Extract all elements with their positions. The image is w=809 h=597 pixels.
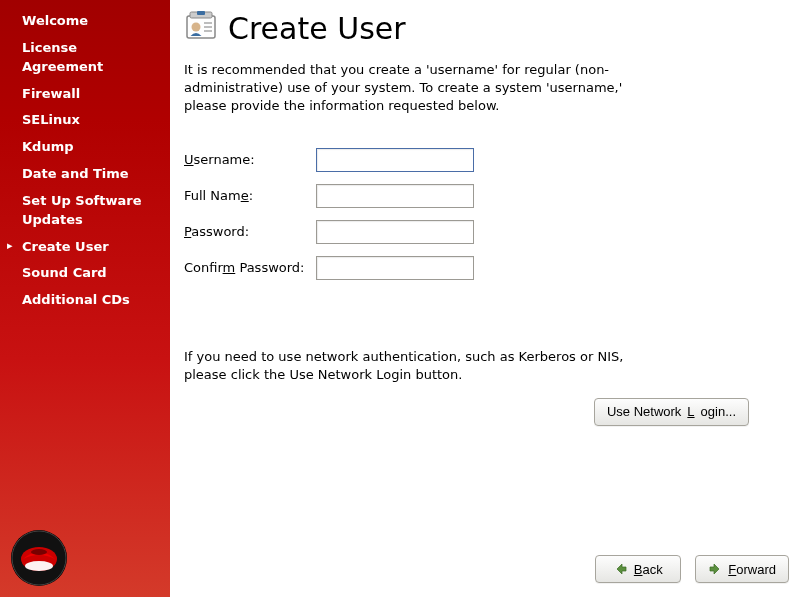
svg-point-3: [25, 561, 53, 571]
sidebar-item-selinux[interactable]: SELinux: [0, 107, 170, 134]
forward-button[interactable]: Forward: [695, 555, 789, 583]
svg-point-4: [31, 549, 47, 555]
sidebar-item-firewall[interactable]: Firewall: [0, 81, 170, 108]
sidebar-item-license[interactable]: License Agreement: [0, 35, 170, 81]
intro-text: It is recommended that you create a 'use…: [184, 61, 664, 116]
username-label: Username:: [184, 148, 316, 172]
confirm-password-input[interactable]: [316, 256, 474, 280]
page-title: Create User: [228, 11, 406, 46]
sidebar-item-soundcard[interactable]: Sound Card: [0, 260, 170, 287]
sidebar-item-create-user[interactable]: Create User: [0, 234, 170, 261]
fullname-label: Full Name:: [184, 184, 316, 208]
sidebar-item-welcome[interactable]: Welcome: [0, 8, 170, 35]
sidebar-item-date[interactable]: Date and Time: [0, 161, 170, 188]
svg-point-8: [192, 23, 201, 32]
confirm-password-label: Confirm Password:: [184, 256, 316, 280]
svg-rect-7: [197, 11, 205, 15]
redhat-logo-icon: [10, 529, 68, 587]
id-badge-icon: [184, 10, 218, 47]
sidebar-item-additional-cds[interactable]: Additional CDs: [0, 287, 170, 314]
fullname-input[interactable]: [316, 184, 474, 208]
username-input[interactable]: [316, 148, 474, 172]
back-button[interactable]: Back: [595, 555, 681, 583]
network-login-text: If you need to use network authenticatio…: [184, 348, 664, 384]
sidebar: Welcome License Agreement Firewall SELin…: [0, 0, 170, 597]
password-label: Password:: [184, 220, 316, 244]
user-form: Username: Full Name: Password: Confirm P…: [184, 136, 474, 292]
sidebar-item-kdump[interactable]: Kdump: [0, 134, 170, 161]
sidebar-item-updates[interactable]: Set Up Software Updates: [0, 188, 170, 234]
use-network-login-button[interactable]: Use Network Login...: [594, 398, 749, 426]
password-input[interactable]: [316, 220, 474, 244]
main-panel: Create User It is recommended that you c…: [170, 0, 809, 597]
arrow-right-icon: [708, 562, 722, 576]
arrow-left-icon: [614, 562, 628, 576]
